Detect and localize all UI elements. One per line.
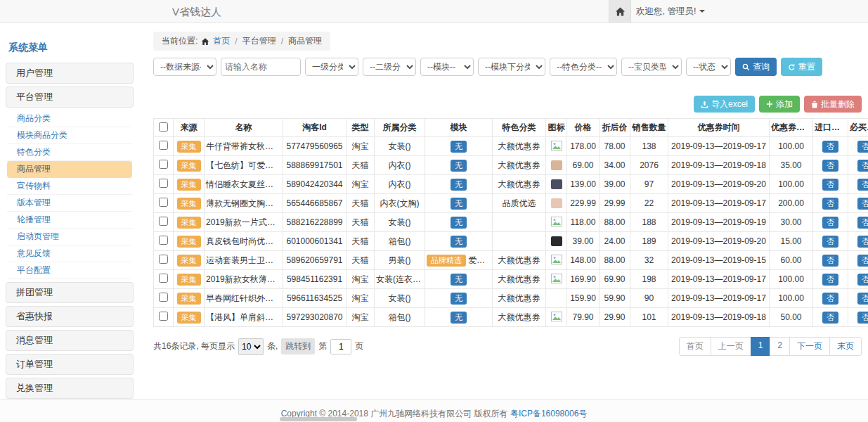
module-badge: 无	[451, 160, 467, 172]
sidebar-item[interactable]: 模块商品分类	[7, 127, 132, 144]
select-all-checkbox[interactable]	[159, 122, 168, 132]
import-select-badge[interactable]: 否	[822, 236, 838, 248]
import-select-badge[interactable]: 否	[822, 198, 838, 210]
must-buy-badge[interactable]: 否	[857, 236, 868, 248]
import-select-badge[interactable]: 否	[822, 255, 838, 267]
pagination-button[interactable]: 上一页	[711, 337, 751, 356]
add-button[interactable]: 添加	[759, 96, 800, 113]
module-cell: 无	[425, 194, 493, 213]
coupon-amount-cell: 100.00	[770, 270, 813, 289]
product-image	[551, 179, 562, 189]
discount-price-cell: 88.00	[600, 251, 630, 270]
must-buy-badge[interactable]: 否	[857, 217, 868, 229]
sidebar-item[interactable]: 商品管理	[7, 161, 132, 178]
import-select-badge[interactable]: 否	[822, 274, 838, 286]
sidebar-group[interactable]: 消息管理	[6, 330, 134, 351]
import-select-badge[interactable]: 否	[822, 217, 838, 229]
search-button[interactable]: 查询	[735, 58, 777, 76]
feature-category-cell	[493, 213, 546, 232]
sidebar-item[interactable]: 版本管理	[7, 195, 132, 212]
filter-select[interactable]: --模块下分类--	[478, 58, 545, 76]
import-select-badge[interactable]: 否	[822, 160, 838, 172]
pagination-button[interactable]: 末页	[829, 337, 862, 356]
row-checkbox[interactable]	[159, 312, 168, 321]
horizontal-scrollbar-thumb[interactable]	[280, 417, 357, 421]
row-checkbox[interactable]	[159, 160, 168, 169]
sidebar-item[interactable]: 特色分类	[7, 144, 132, 161]
home-icon	[201, 37, 209, 46]
home-button[interactable]	[609, 0, 631, 23]
topbar: V省钱达人 欢迎您, 管理员!	[0, 0, 868, 23]
must-buy-badge[interactable]: 否	[857, 293, 868, 305]
pagination-button[interactable]: 下一页	[789, 337, 830, 356]
sidebar-group[interactable]: 兑换管理	[6, 378, 134, 399]
pagination-controls: 首页上一页12下一页末页	[680, 337, 862, 356]
price-cell: 69.00	[567, 156, 600, 175]
filter-select[interactable]: --二级分类--	[363, 58, 416, 76]
taoke-id: 596611634525	[283, 289, 346, 308]
sidebar-item[interactable]: 平台配置	[7, 262, 132, 279]
sidebar-group[interactable]: 省惠快报	[6, 306, 134, 327]
user-menu[interactable]: 欢迎您, 管理员!	[636, 0, 705, 23]
product-type: 天猫	[346, 232, 375, 251]
sidebar-group[interactable]: 订单管理	[6, 354, 134, 375]
must-buy-badge[interactable]: 否	[857, 255, 868, 267]
name-search-input[interactable]	[221, 58, 301, 76]
import-select-badge[interactable]: 否	[822, 312, 838, 324]
row-checkbox[interactable]	[159, 274, 168, 283]
coupon-amount-cell: 15.00	[770, 232, 813, 251]
sidebar-group[interactable]: 用户管理	[6, 63, 134, 84]
table-header: 淘客Id	[283, 119, 346, 137]
filter-select[interactable]: 一级分类	[305, 58, 358, 76]
unit-text: 条,	[267, 340, 278, 352]
pagination-button[interactable]: 2	[770, 337, 790, 356]
import-excel-button[interactable]: 导入excel	[694, 96, 755, 113]
sidebar-group[interactable]: 平台管理	[6, 87, 134, 108]
row-checkbox[interactable]	[159, 141, 168, 150]
per-page-select[interactable]: 10	[238, 338, 264, 355]
feature-category-cell: 大额优惠券	[493, 251, 546, 270]
must-buy-badge[interactable]: 否	[857, 312, 868, 324]
import-select-badge[interactable]: 否	[822, 179, 838, 191]
sidebar-item[interactable]: 启动页管理	[7, 229, 132, 245]
reset-button-label: 重置	[798, 61, 815, 73]
jump-label: 跳转到	[281, 338, 315, 354]
row-checkbox[interactable]	[159, 217, 168, 226]
page-number-input[interactable]	[330, 339, 351, 354]
filter-select[interactable]: --宝贝类型--	[621, 58, 682, 76]
filter-select[interactable]: --状态--	[686, 58, 731, 76]
pagination-button[interactable]: 1	[751, 337, 771, 356]
reset-button[interactable]: 重置	[781, 58, 822, 76]
row-checkbox[interactable]	[159, 236, 168, 245]
source-cell: 采集	[174, 175, 205, 194]
must-buy-badge[interactable]: 否	[857, 179, 868, 191]
sidebar-item[interactable]: 意见反馈	[7, 245, 132, 262]
sidebar-item[interactable]: 商品分类	[7, 110, 132, 127]
coupon-amount-cell: 200.00	[770, 194, 813, 213]
coupon-time-cell: 2019-09-13—2019-09-17	[668, 270, 770, 289]
sidebar-group[interactable]: 拼团管理	[6, 282, 134, 303]
pagination-button[interactable]: 首页	[679, 337, 711, 356]
must-buy-badge[interactable]: 否	[857, 198, 868, 210]
row-checkbox[interactable]	[159, 198, 168, 207]
row-checkbox-cell	[154, 156, 174, 175]
sidebar-item[interactable]: 宣传物料	[7, 178, 132, 195]
import-select-badge[interactable]: 否	[822, 141, 838, 153]
row-checkbox[interactable]	[159, 179, 168, 188]
import-select-badge[interactable]: 否	[822, 293, 838, 305]
filter-select[interactable]: --模块--	[420, 58, 474, 76]
coupon-amount-cell: 100.00	[770, 175, 813, 194]
icp-link[interactable]: 粤ICP备16098006号	[510, 409, 587, 418]
category-cell: 女装()	[375, 289, 425, 308]
row-checkbox[interactable]	[159, 293, 168, 302]
taoke-id: 588869917501	[283, 156, 346, 175]
filter-select[interactable]: --特色分类--	[550, 58, 617, 76]
breadcrumb-home-link[interactable]: 首页	[213, 35, 230, 47]
filter-select[interactable]: --数据来源--	[153, 58, 216, 76]
row-checkbox[interactable]	[159, 255, 168, 264]
must-buy-badge[interactable]: 否	[857, 141, 868, 153]
batch-delete-button[interactable]: 批量删除	[804, 96, 862, 113]
sidebar-item[interactable]: 轮播管理	[7, 212, 132, 229]
must-buy-badge[interactable]: 否	[857, 274, 868, 286]
must-buy-badge[interactable]: 否	[857, 160, 868, 172]
